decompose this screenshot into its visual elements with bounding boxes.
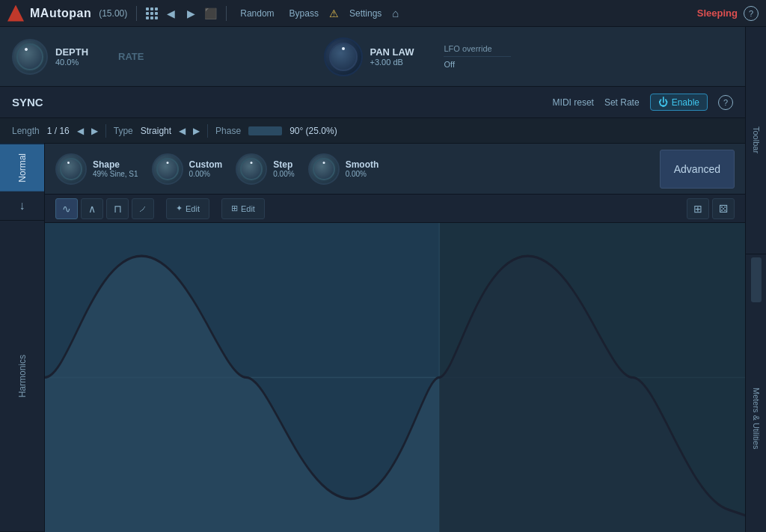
step-label: Step <box>273 159 294 170</box>
custom-labels: Custom 0.00% <box>189 159 223 178</box>
panlaw-group: PAN LAW +3.00 dB <box>324 37 414 76</box>
panlaw-knob[interactable] <box>324 37 363 76</box>
waveform-display[interactable] <box>45 223 745 532</box>
depth-group: DEPTH 40.0% <box>12 39 88 75</box>
shape-labels: Shape 49% Sine, S1 <box>93 159 138 178</box>
tab-down-arrow[interactable]: ↓ <box>0 192 44 221</box>
top-bar: MAutopan (15.00) ◀ ▶ ⬛ Random Bypass ⚠ S… <box>0 0 766 27</box>
app-version: (15.00) <box>99 8 127 19</box>
panlaw-value: +3.00 dB <box>370 58 414 67</box>
set-rate-button[interactable]: Set Rate <box>604 97 640 108</box>
custom-label: Custom <box>189 159 223 170</box>
sidebar-handle[interactable] <box>751 257 762 302</box>
edit2-icon: ⊞ <box>231 204 238 213</box>
prev-arrow[interactable]: ◀ <box>164 7 178 19</box>
right-sidebar: Toolbar Meters & Utilities <box>745 27 766 532</box>
wave-revsaw-button[interactable]: ∧ <box>81 198 103 219</box>
waveform-svg <box>45 223 745 532</box>
type-next[interactable]: ▶ <box>193 126 200 136</box>
shape-knob[interactable] <box>55 153 87 185</box>
step-knob[interactable] <box>236 153 267 185</box>
type-prev[interactable]: ◀ <box>179 126 186 136</box>
edit1-label: Edit <box>186 204 200 213</box>
sync-params-row: Length 1 / 16 ◀ ▶ Type Straight ◀ ▶ Phas… <box>0 118 745 144</box>
smooth-knob[interactable] <box>308 153 340 185</box>
main-area: DEPTH 40.0% RATE PAN LAW +3.00 dB <box>0 27 766 532</box>
random-button[interactable]: Random <box>236 7 278 20</box>
meters-label: Meters & Utilities <box>746 305 766 532</box>
depth-knob[interactable] <box>12 39 48 75</box>
lfo-override-label: LFO override <box>444 44 511 53</box>
length-value: 1 / 16 <box>47 126 70 136</box>
smooth-value: 0.00% <box>346 170 379 178</box>
logo-icon <box>7 5 24 22</box>
midi-reset-button[interactable]: MIDI reset <box>553 97 594 108</box>
shape-value: 49% Sine, S1 <box>93 170 138 178</box>
params-row: DEPTH 40.0% RATE PAN LAW +3.00 dB <box>0 27 745 87</box>
panlaw-label: PAN LAW <box>370 46 414 58</box>
phase-label: Phase <box>215 126 241 136</box>
custom-value: 0.00% <box>189 170 223 178</box>
depth-value: 40.0% <box>55 58 88 67</box>
wave-right-buttons: ⊞ ⚄ <box>687 198 735 219</box>
lfo-controls: Shape 49% Sine, S1 Custom <box>45 144 745 195</box>
lfo-main: Shape 49% Sine, S1 Custom <box>45 144 745 532</box>
preset-icon[interactable]: ⬛ <box>204 7 217 19</box>
sep1 <box>105 124 106 138</box>
edit2-label: Edit <box>241 204 255 213</box>
advanced-button[interactable]: Advanced <box>660 150 735 189</box>
home-icon[interactable]: ⌂ <box>392 7 399 19</box>
next-arrow[interactable]: ▶ <box>184 7 198 19</box>
shape-group: Shape 49% Sine, S1 <box>55 153 138 185</box>
edit2-button[interactable]: ⊞ Edit <box>221 198 265 219</box>
shape-label: Shape <box>93 159 138 170</box>
panlaw-labels: PAN LAW +3.00 dB <box>370 46 414 67</box>
depth-labels: DEPTH 40.0% <box>55 46 88 67</box>
wave-sine-button[interactable]: ∿ <box>55 198 78 219</box>
tab-harmonics[interactable]: Harmonics <box>0 221 44 532</box>
lfo-override-value: Off <box>444 60 511 69</box>
enable-button[interactable]: ⏻ Enable <box>650 94 708 111</box>
rate-label: RATE <box>103 51 159 62</box>
sep2 <box>207 124 208 138</box>
length-label: Length <box>12 126 40 136</box>
lfo-panel: Normal ↓ Harmonics <box>0 144 745 532</box>
smooth-label: Smooth <box>346 159 379 170</box>
warning-icon[interactable]: ⚠ <box>329 7 339 19</box>
type-value: Straight <box>141 126 171 136</box>
edit1-icon: ✦ <box>176 204 183 213</box>
help-button[interactable]: ? <box>744 6 759 21</box>
step-group: Step 0.00% <box>236 153 294 185</box>
vtab-bar: Normal ↓ Harmonics <box>0 144 45 532</box>
custom-group: Custom 0.00% <box>152 153 223 185</box>
content: DEPTH 40.0% RATE PAN LAW +3.00 dB <box>0 27 745 532</box>
settings-button[interactable]: Settings <box>345 7 386 20</box>
sync-help-button[interactable]: ? <box>718 95 733 110</box>
tab-normal[interactable]: Normal <box>0 144 44 192</box>
length-prev[interactable]: ◀ <box>77 126 84 136</box>
depth-label: DEPTH <box>55 46 88 58</box>
enable-label: Enable <box>672 97 699 108</box>
sync-label: SYNC <box>12 96 43 108</box>
bypass-button[interactable]: Bypass <box>285 7 323 20</box>
length-next[interactable]: ▶ <box>91 126 98 136</box>
phase-slider[interactable] <box>248 126 282 135</box>
divider2 <box>226 6 227 21</box>
divider1 <box>136 6 137 21</box>
toolbar-label: Toolbar <box>746 27 766 254</box>
wave-square-button[interactable]: ⊓ <box>106 198 129 219</box>
edit1-button[interactable]: ✦ Edit <box>166 198 209 219</box>
dice-button[interactable]: ⚄ <box>712 198 735 219</box>
grid-icon[interactable] <box>146 7 158 19</box>
sleeping-label: Sleeping <box>697 7 738 19</box>
power-icon: ⏻ <box>658 97 668 108</box>
wave-saw-button[interactable]: ⟋ <box>132 198 154 219</box>
custom-knob[interactable] <box>152 153 183 185</box>
smooth-labels: Smooth 0.00% <box>346 159 379 178</box>
grid-button[interactable]: ⊞ <box>687 198 709 219</box>
lfo-override-group: LFO override Off <box>444 44 511 69</box>
smooth-group: Smooth 0.00% <box>308 153 379 185</box>
app-title: MAutopan <box>30 7 91 20</box>
sync-row: SYNC MIDI reset Set Rate ⏻ Enable ? <box>0 87 745 118</box>
step-value: 0.00% <box>273 170 294 178</box>
